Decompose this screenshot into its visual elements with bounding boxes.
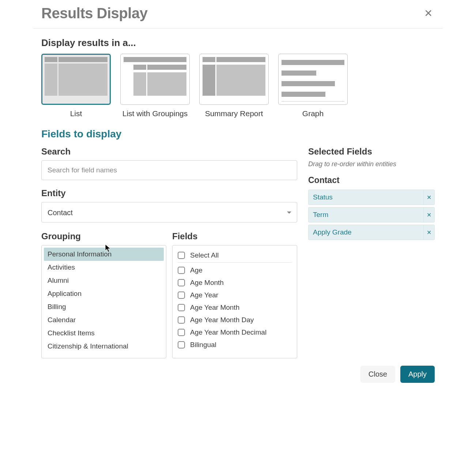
- checkbox[interactable]: [178, 267, 185, 274]
- grouping-label: Grouping: [41, 231, 166, 241]
- field-row[interactable]: Age Month: [178, 277, 292, 289]
- display-card-list-groupings: [120, 54, 190, 105]
- grouping-item[interactable]: Activities: [44, 261, 164, 274]
- grouping-item[interactable]: Billing: [44, 300, 164, 313]
- checkbox[interactable]: [178, 316, 185, 324]
- fields-list[interactable]: Select All Age Age Month: [172, 245, 297, 358]
- field-row[interactable]: Age Year Month: [178, 301, 292, 314]
- search-input[interactable]: [41, 160, 297, 180]
- grouping-item[interactable]: Personal Information: [44, 248, 164, 261]
- checkbox[interactable]: [178, 304, 185, 311]
- selected-field-chip[interactable]: Term ✕: [308, 207, 435, 222]
- field-label: Age Year Month: [190, 304, 239, 312]
- display-options: List List with Groupings Summary Report: [41, 54, 435, 118]
- selected-field-chip[interactable]: Status ✕: [308, 190, 435, 205]
- display-option-label: Summary Report: [205, 109, 263, 118]
- modal-body: Display results in a... List List with G…: [33, 28, 443, 358]
- field-row[interactable]: Bilingual: [178, 339, 292, 351]
- grouping-item[interactable]: Checklist Items: [44, 327, 164, 340]
- grouping-item[interactable]: Citizenship & International: [44, 340, 164, 353]
- grouping-item[interactable]: Calendar: [44, 313, 164, 327]
- close-button[interactable]: Close: [360, 366, 395, 383]
- field-label: Age: [190, 266, 203, 274]
- field-label: Select All: [190, 251, 219, 259]
- fields-columns: Search Entity Contact Grouping Personal …: [41, 146, 435, 358]
- modal-title: Results Display: [41, 5, 147, 22]
- selected-field-chip[interactable]: Apply Grade ✕: [308, 225, 435, 240]
- grouping-list[interactable]: Personal Information Activities Alumni A…: [41, 245, 166, 358]
- field-row-select-all[interactable]: Select All: [178, 249, 292, 262]
- field-label: Age Year Month Decimal: [190, 328, 267, 336]
- search-label: Search: [41, 146, 297, 157]
- modal-header: Results Display ✕: [33, 0, 443, 28]
- fields-to-display-title: Fields to display: [41, 128, 435, 140]
- chip-remove-icon[interactable]: ✕: [423, 207, 434, 222]
- checkbox[interactable]: [178, 329, 185, 336]
- display-option-graph[interactable]: Graph: [278, 54, 348, 118]
- grouping-item[interactable]: Alumni: [44, 274, 164, 287]
- field-label: Age Year: [190, 291, 218, 299]
- display-card-list: [41, 54, 111, 105]
- field-label: Age Month: [190, 279, 224, 287]
- chip-label: Apply Grade: [309, 228, 423, 236]
- selected-entity-label: Contact: [308, 175, 435, 185]
- checkbox[interactable]: [178, 292, 185, 299]
- entity-select[interactable]: Contact: [41, 202, 297, 222]
- field-row[interactable]: Age: [178, 264, 292, 277]
- chip-label: Status: [309, 193, 423, 201]
- fields-label: Fields: [172, 231, 297, 241]
- close-icon[interactable]: ✕: [422, 7, 435, 20]
- display-card-summary: [199, 54, 269, 105]
- checkbox[interactable]: [178, 341, 185, 348]
- chip-label: Term: [309, 211, 423, 219]
- selected-fields-title: Selected Fields: [308, 146, 435, 157]
- field-row[interactable]: Age Year: [178, 289, 292, 301]
- results-display-modal: Results Display ✕ Display results in a..…: [33, 0, 443, 391]
- field-label: Bilingual: [190, 341, 216, 349]
- apply-button[interactable]: Apply: [400, 366, 435, 383]
- selected-fields-help: Drag to re-order within entities: [308, 160, 435, 168]
- display-option-list[interactable]: List: [41, 54, 111, 118]
- checkbox[interactable]: [178, 279, 185, 286]
- field-row[interactable]: Age Year Month Day: [178, 314, 292, 326]
- display-option-label: List: [70, 109, 82, 118]
- chip-remove-icon[interactable]: ✕: [423, 190, 434, 205]
- display-results-label: Display results in a...: [41, 37, 435, 49]
- display-option-list-groupings[interactable]: List with Groupings: [120, 54, 190, 118]
- display-option-label: List with Groupings: [122, 109, 188, 118]
- display-option-summary[interactable]: Summary Report: [199, 54, 269, 118]
- display-option-label: Graph: [302, 109, 324, 118]
- display-card-graph: [278, 54, 348, 105]
- entity-label: Entity: [41, 188, 297, 198]
- grouping-item[interactable]: Application: [44, 287, 164, 300]
- checkbox[interactable]: [178, 252, 185, 259]
- field-row[interactable]: Age Year Month Decimal: [178, 326, 292, 339]
- selected-fields-column: Selected Fields Drag to re-order within …: [308, 146, 435, 358]
- chip-remove-icon[interactable]: ✕: [423, 225, 434, 240]
- field-label: Age Year Month Day: [190, 316, 254, 324]
- modal-footer: Close Apply: [33, 358, 443, 391]
- fields-left-column: Search Entity Contact Grouping Personal …: [41, 146, 297, 358]
